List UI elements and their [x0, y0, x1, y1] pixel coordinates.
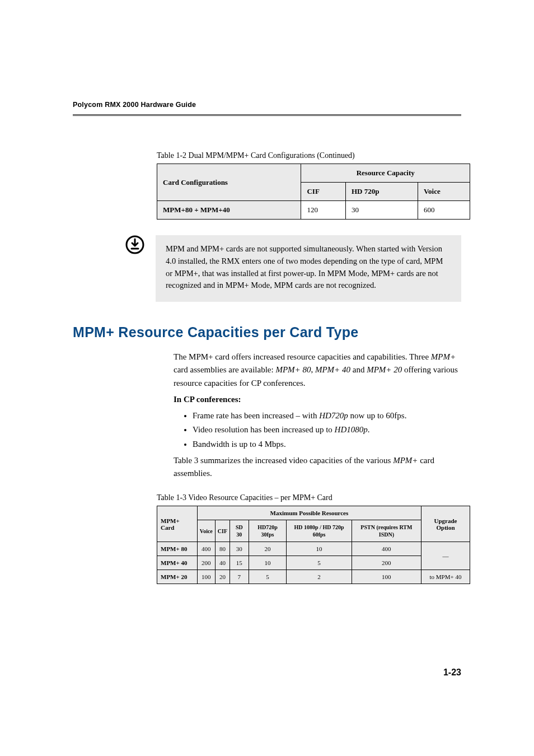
list-item: Bandwidth is up to 4 Mbps.	[193, 438, 461, 451]
t3-hd1080: 2	[287, 570, 352, 584]
table1-col1-header: Card Configurations	[157, 164, 301, 201]
table-row: Card Configurations Resource Capacity	[157, 164, 470, 183]
header-rule	[73, 114, 461, 116]
t3-hd720: 10	[249, 556, 287, 570]
t3-pstn: 400	[352, 542, 421, 556]
t3-sub-voice: Voice	[197, 520, 215, 542]
table1-sub-hd: HD 720p	[345, 183, 418, 201]
t1-voice: 600	[418, 201, 470, 220]
table-row: MPM+ 20 100 20 7 5 2 100 to MPM+ 40	[157, 570, 470, 584]
list-item: Frame rate has been increased – with HD7…	[193, 409, 461, 422]
table1-caption: Table 1-2 Dual MPM/MPM+ Card Configurati…	[157, 151, 461, 160]
t3-sd: 30	[230, 542, 249, 556]
document-page: Polycom RMX 2000 Hardware Guide Table 1-…	[0, 0, 534, 756]
paragraph-2: In CP conferences:	[174, 393, 461, 406]
table1-sub-cif: CIF	[301, 183, 345, 201]
t1-hd: 30	[345, 201, 418, 220]
table3-head: MPM+ Card Maximum Possible Resources Upg…	[157, 506, 470, 542]
t3-voice: 100	[197, 570, 215, 584]
bullet-list: Frame rate has been increased – with HD7…	[174, 409, 461, 451]
paragraph-1: The MPM+ card offers increased resource …	[174, 351, 461, 390]
t3-mpm-header: MPM+ Card	[157, 506, 198, 542]
list-item: Video resolution has been increased up t…	[193, 423, 461, 436]
note-box: MPM and MPM+ cards are not supported sim…	[157, 235, 461, 302]
t3-cif: 20	[215, 570, 229, 584]
table1: Card Configurations Resource Capacity CI…	[157, 164, 470, 220]
table3-caption: Table 1-3 Video Resource Capacities – pe…	[157, 493, 461, 502]
t3-sub-cif: CIF	[215, 520, 229, 542]
section-heading: MPM+ Resource Capacities per Card Type	[73, 324, 461, 340]
t3-upg: —	[421, 542, 470, 570]
t3-sub-sd: SD 30	[230, 520, 249, 542]
t3-sub-hd1080: HD 1080p / HD 720p 60fps	[287, 520, 352, 542]
table1-group-header: Resource Capacity	[301, 164, 470, 183]
t3-hd720: 20	[249, 542, 287, 556]
t3-hd1080: 10	[287, 542, 352, 556]
t3-cif: 40	[215, 556, 229, 570]
table-row: MPM+ 80 400 80 30 20 10 400 —	[157, 542, 470, 556]
t3-group-header: Maximum Possible Resources	[197, 506, 421, 520]
page-content: Table 1-2 Dual MPM/MPM+ Card Configurati…	[73, 151, 461, 584]
t3-voice: 400	[197, 542, 215, 556]
t3-upg: to MPM+ 40	[421, 570, 470, 584]
t3-sd: 7	[230, 570, 249, 584]
t3-hd1080: 5	[287, 556, 352, 570]
table1-sub-voice: Voice	[418, 183, 470, 201]
table-row: MPM+80 + MPM+40 120 30 600	[157, 201, 470, 220]
t3-hd720: 5	[249, 570, 287, 584]
t1-cif: 120	[301, 201, 345, 220]
t3-sub-hd720: HD720p 30fps	[249, 520, 287, 542]
table1-body: MPM+80 + MPM+40 120 30 600	[157, 201, 470, 220]
table-row: MPM+ Card Maximum Possible Resources Upg…	[157, 506, 470, 520]
t3-sd: 15	[230, 556, 249, 570]
table1-head: Card Configurations Resource Capacity CI…	[157, 164, 470, 201]
t3-upg-header: Upgrade Option	[421, 506, 470, 542]
page-number: 1-23	[443, 668, 461, 678]
table3-body: MPM+ 80 400 80 30 20 10 400 — MPM+ 40 20…	[157, 542, 470, 584]
t3-card: MPM+ 40	[157, 556, 198, 570]
t3-card: MPM+ 20	[157, 570, 198, 584]
running-head-title: Polycom RMX 2000 Hardware Guide	[73, 101, 461, 109]
note-text: MPM and MPM+ cards are not supported sim…	[156, 235, 461, 302]
paragraph-3: Table 3 summarizes the increased video c…	[174, 454, 461, 480]
note-icon	[125, 235, 144, 256]
t3-pstn: 100	[352, 570, 421, 584]
t3-voice: 200	[197, 556, 215, 570]
table3: MPM+ Card Maximum Possible Resources Upg…	[157, 506, 470, 584]
t1-cfg: MPM+80 + MPM+40	[157, 201, 301, 220]
t3-sub-pstn: PSTN (requires RTM ISDN)	[352, 520, 421, 542]
body-block: The MPM+ card offers increased resource …	[174, 351, 461, 480]
t3-card: MPM+ 80	[157, 542, 198, 556]
running-head: Polycom RMX 2000 Hardware Guide	[73, 101, 461, 116]
t3-cif: 80	[215, 542, 229, 556]
t3-pstn: 200	[352, 556, 421, 570]
